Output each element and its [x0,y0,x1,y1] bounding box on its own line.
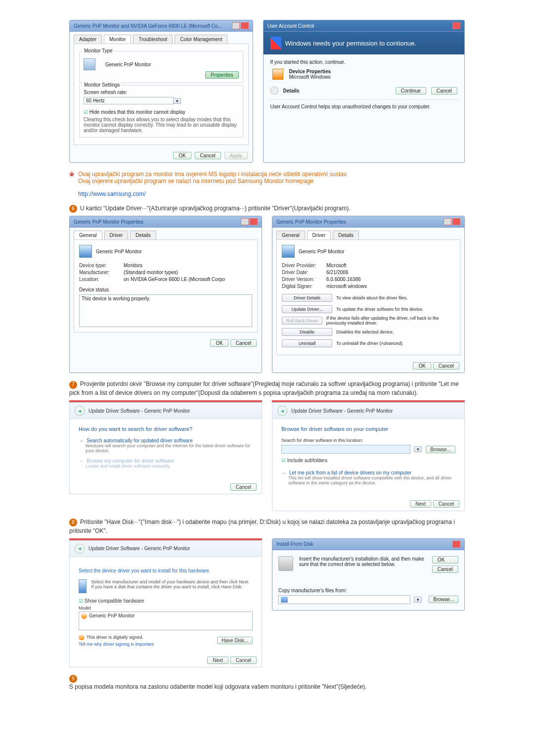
close-icon[interactable] [241,22,249,29]
step-6-text: U kartici "Update Driver···"(Ažuriranje … [80,205,351,212]
cancel-button[interactable]: Cancel [433,500,459,508]
details-toggle[interactable]: Details [283,88,300,94]
hide-modes-checkbox[interactable]: Hide modes that this monitor cannot disp… [84,109,239,115]
tab-general[interactable]: General [276,231,305,239]
install-from-disk-dialog: Install From Disk Insert the manufacture… [272,538,465,611]
browse-button[interactable]: Browse... [429,596,458,603]
chevron-down-icon[interactable]: ▾ [414,446,422,452]
minimize-icon[interactable] [241,218,249,225]
properties-button[interactable]: Properties [205,71,239,79]
cancel-button[interactable]: Cancel [230,339,257,347]
tab-general[interactable]: General [74,231,102,239]
pnp-props-general: Generic PnP Monitor Properties General D… [69,216,262,373]
chevron-down-icon[interactable]: ▾ [414,597,422,603]
shield-icon [79,634,85,640]
signing-info-link[interactable]: Tell me why driver signing is important [79,642,154,647]
monitor-icon [79,245,92,258]
tab-driver[interactable]: Driver [104,231,129,239]
monitor-icon [84,58,95,70]
monitor-type-group: Monitor Type Generic PnP Monitor Propert… [79,51,243,83]
step-7-text: Provjerite potvrdni okvir "Browse my com… [69,380,459,396]
tab-driver[interactable]: Driver [307,231,331,239]
uac-footer: User Account Control helps stop unauthor… [270,99,457,109]
next-button[interactable]: Next [207,657,228,664]
select-driver-heading: Select the device driver you want to ins… [79,568,253,573]
ok-button[interactable]: OK [432,556,458,564]
driver-details-button[interactable]: Driver Details [282,294,332,302]
tab-monitor[interactable]: Monitor [104,35,131,44]
ok-button[interactable]: OK [173,152,191,159]
ms-windows-label: Microsoft Windows [289,74,331,80]
continue-button[interactable]: Continue [396,87,426,94]
cancel-button[interactable]: Cancel [432,566,458,573]
note-line2: Ovaj ovjereni upravljački program se nal… [78,178,348,185]
samsung-link[interactable]: http://www.samsung.com/ [78,190,146,197]
device-status-box: This device is working properly. [79,294,252,327]
device-properties-label: Device Properties [289,69,331,74]
have-disk-button[interactable]: Have Disk... [217,637,253,644]
title-text: Generic PnP Monitor and NVIDIA GeForce 6… [74,23,222,29]
back-icon[interactable]: ◄ [277,406,287,416]
show-compatible-checkbox[interactable]: Show compatible hardware [79,598,253,604]
wizard-question: How do you want to search for driver sof… [79,426,253,432]
uac-dialog: User Account Control Windows needs your … [263,20,465,163]
minimize-icon[interactable] [444,218,451,225]
browse-computer-option[interactable]: →Browse my computer for driver software … [79,458,253,469]
browse-button[interactable]: Browse... [426,446,455,453]
titlebar: User Account Control [264,20,464,32]
uac-started: If you started this action, continue. [270,59,457,65]
select-device-driver-wizard: ◄Update Driver Software - Generic PnP Mo… [69,540,262,667]
chevron-down-icon[interactable]: ▾ [173,98,181,104]
close-icon[interactable] [452,541,460,548]
titlebar: Generic PnP Monitor and NVIDIA GeForce 6… [70,20,253,32]
cancel-button[interactable]: Cancel [230,657,257,664]
cancel-button[interactable]: Cancel [195,152,221,159]
drive-icon [281,597,288,603]
include-subfolders-checkbox[interactable]: Include subfolders [281,458,455,463]
monitor-properties-dialog: Generic PnP Monitor and NVIDIA GeForce 6… [69,20,253,163]
tab-colormgmt[interactable]: Color Management [175,35,227,44]
step-bullet-6: 6 [69,205,77,213]
device-properties-icon [272,69,283,80]
update-driver-wizard-a: ◄Update Driver Software - Generic PnP Mo… [69,402,262,494]
cancel-button[interactable]: Cancel [230,483,257,491]
tab-troubleshoot[interactable]: Troubleshoot [133,35,173,44]
device-status-header: Device status [79,287,252,292]
chevron-down-icon[interactable] [270,87,278,94]
step-9-text: S popisa modela monitora na zaslonu odab… [69,683,367,690]
let-me-pick-option[interactable]: →Let me pick from a list of device drive… [281,470,455,485]
uninstall-button[interactable]: Uninstall [282,339,332,347]
note-line1: Ovaj upravljački program za monitor ima … [78,171,348,178]
disable-button[interactable]: Disable [282,328,332,336]
minimize-icon[interactable] [232,22,240,29]
close-icon[interactable] [452,22,460,29]
next-button[interactable]: Next [410,500,431,508]
cancel-button[interactable]: Cancel [433,362,459,370]
cancel-button[interactable]: Cancel [431,87,457,94]
step-8-text: Pritisnite "Have Disk···"("Imam disk···"… [69,519,455,534]
monitor-type-value: Generic PnP Monitor [105,62,151,67]
step-bullet-7: 7 [69,381,77,389]
close-icon[interactable] [250,218,258,225]
update-driver-button[interactable]: Update Driver... [282,305,332,313]
close-icon[interactable] [452,218,460,225]
back-icon[interactable]: ◄ [75,406,85,416]
ok-button[interactable]: OK [413,362,431,370]
monitor-icon [282,245,295,258]
tab-details[interactable]: Details [130,231,156,239]
rollback-driver-button[interactable]: Roll Back Driver [282,317,322,325]
hide-modes-desc: Clearing this check box allows you to se… [84,117,239,133]
model-list-item[interactable]: Generic PnP Monitor [89,613,135,618]
tab-details[interactable]: Details [333,231,359,239]
ok-button[interactable]: OK [210,339,228,347]
pnp-props-driver: Generic PnP Monitor Properties General D… [272,216,465,373]
uac-message: Windows needs your permission to contion… [285,40,416,47]
search-auto-option[interactable]: →Search automatically for updated driver… [79,438,253,453]
apply-button[interactable]: Apply [224,152,248,159]
disk-icon [278,556,293,571]
refresh-rate-select[interactable]: 60 Hertz [84,97,174,104]
search-location-input[interactable] [281,445,410,454]
tab-adapter[interactable]: Adapter [74,35,102,44]
back-icon[interactable]: ◄ [75,544,85,554]
monitor-icon [79,579,87,593]
